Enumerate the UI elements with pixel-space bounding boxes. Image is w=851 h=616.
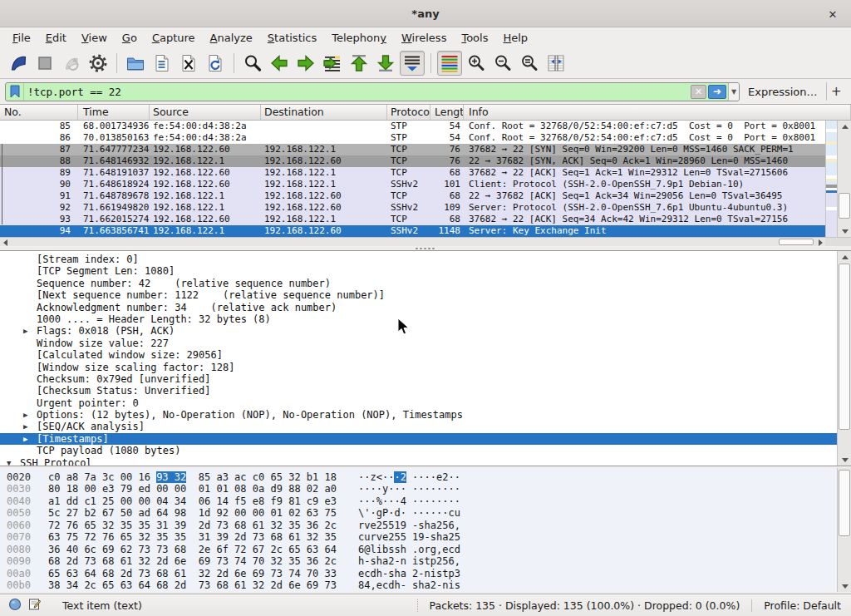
hex-row-00a0[interactable]: 00a065 63 64 68 2d 73 68 61 32 2d 6e 69 …	[0, 568, 851, 579]
expander-closed-icon[interactable]: ▶	[23, 409, 27, 421]
hex-ascii[interactable]: 6@libssh .org,ecd	[358, 544, 460, 555]
capture-comment-icon[interactable]	[28, 598, 41, 614]
hex-bytes[interactable]: 72 76 65 32 35 35 31 39 2d 73 68 61 32 3…	[48, 520, 337, 531]
column-header-info[interactable]: Info	[464, 105, 851, 120]
hex-ascii[interactable]: rve25519 -sha256,	[358, 520, 460, 531]
hex-bytes[interactable]: 65 63 64 68 2d 73 68 61 32 2d 6e 69 73 7…	[48, 568, 337, 579]
filter-apply-icon[interactable]: ➜	[708, 85, 726, 99]
column-header-no[interactable]: No.	[0, 105, 78, 120]
detail-checksum-0x79ed-unverified-[interactable]: Checksum: 0x79ed [unverified]	[0, 373, 837, 385]
detail-urgent-pointer-0[interactable]: Urgent pointer: 0	[0, 397, 837, 409]
detail--checksum-status-unverified-[interactable]: [Checksum Status: Unverified]	[0, 385, 837, 397]
menu-analyze[interactable]: Analyze	[203, 29, 260, 47]
resize-columns-button[interactable]	[544, 51, 568, 76]
window-titlebar[interactable]: *any ✕	[0, 0, 851, 27]
filter-history-dropdown-icon[interactable]: ▼	[728, 83, 739, 101]
hex-ascii[interactable]: 84,ecdh- sha2-nis	[358, 579, 460, 591]
expression-button[interactable]: Expression…	[740, 86, 826, 98]
detail--next-sequence-number-1122-r[interactable]: [Next sequence number: 1122 (relative se…	[0, 289, 837, 301]
scroll-up-icon[interactable]	[838, 251, 851, 263]
menu-tools[interactable]: Tools	[454, 29, 495, 47]
display-filter-input[interactable]	[24, 86, 691, 98]
packet-row-87[interactable]: 8771.647777234192.168.122.60192.168.122.…	[0, 144, 825, 155]
scroll-up-icon[interactable]	[838, 121, 851, 132]
colorize-button[interactable]	[437, 51, 462, 76]
hex-row-0040[interactable]: 0040a1 dd c1 25 00 00 04 34 06 14 f5 e8 …	[0, 495, 851, 507]
go-last-packet-button[interactable]	[373, 51, 398, 76]
zoom-in-button[interactable]	[464, 51, 489, 76]
packet-row-90[interactable]: 9071.648618924192.168.122.60192.168.122.…	[0, 179, 825, 190]
hex-bytes[interactable]: 36 40 6c 69 62 73 73 68 2e 6f 72 67 2c 6…	[48, 544, 337, 555]
detail-sequence-number-42-relative-[interactable]: Sequence number: 42 (relative sequence n…	[0, 278, 837, 289]
profile-status[interactable]: Profile: Default	[751, 599, 851, 612]
menu-file[interactable]: File	[5, 29, 38, 47]
detail-tcp-payload-1080-bytes-[interactable]: TCP payload (1080 bytes)	[0, 445, 837, 456]
hex-row-0020[interactable]: 0020c0 a8 7a 3c 00 16 93 32 85 a3 ac c0 …	[0, 471, 851, 483]
auto-scroll-button[interactable]	[400, 51, 425, 76]
column-header-time[interactable]: Time	[78, 105, 150, 120]
add-filter-button[interactable]: +	[826, 84, 846, 99]
hex-ascii[interactable]: \'·gP·d· ······cu	[358, 507, 460, 519]
intelligent-scrollbar-minimap[interactable]	[825, 121, 837, 237]
go-back-button[interactable]	[267, 51, 292, 76]
menu-capture[interactable]: Capture	[145, 29, 203, 47]
hex-ascii[interactable]: h-sha2-n istp256,	[358, 555, 460, 567]
hex-bytes[interactable]: 63 75 72 76 65 32 35 35 31 39 2d 73 68 6…	[48, 531, 337, 543]
detail--window-size-scaling-factor-[interactable]: [Window size scaling factor: 128]	[0, 362, 837, 373]
detail-1000-header-length-32-bytes-[interactable]: 1000 .... = Header Length: 32 bytes (8)	[0, 313, 837, 325]
hex-row-0080[interactable]: 008036 40 6c 69 62 73 73 68 2e 6f 72 67 …	[0, 544, 851, 555]
column-header-destination[interactable]: Destination	[261, 105, 387, 120]
find-packet-button[interactable]	[240, 51, 265, 76]
menu-telephony[interactable]: Telephony	[324, 29, 394, 47]
expander-closed-icon[interactable]: ▶	[23, 421, 27, 432]
detail--timestamps-[interactable]: ▶[Timestamps]	[0, 433, 837, 445]
go-first-packet-button[interactable]	[347, 51, 371, 76]
hex-row-0030[interactable]: 003080 18 00 e3 79 ed 00 00 01 01 08 0a …	[0, 483, 851, 495]
packet-row-89[interactable]: 8971.648191037192.168.122.60192.168.122.…	[0, 167, 825, 179]
detail-ssh-protocol[interactable]: ▼SSH Protocol	[0, 457, 837, 466]
detail-acknowledgment-number-34-rel[interactable]: Acknowledgment number: 34 (relative ack …	[0, 302, 837, 313]
expander-open-icon[interactable]: ▼	[7, 457, 11, 466]
close-window-icon[interactable]: ✕	[824, 6, 841, 22]
packet-row-86[interactable]: 8670.013850163fe:54:00:d4:38:2aSTP54Conf…	[0, 132, 825, 144]
details-scroll-thumb[interactable]	[839, 264, 850, 430]
packet-row-92[interactable]: 9271.661949820192.168.122.1192.168.122.6…	[0, 202, 825, 214]
packet-row-85[interactable]: 8568.001734936fe:54:00:d4:38:2aSTP54Conf…	[0, 121, 825, 132]
expander-closed-icon[interactable]: ▶	[23, 433, 27, 445]
close-file-button[interactable]	[176, 51, 201, 76]
hex-row-0060[interactable]: 006072 76 65 32 35 35 31 39 2d 73 68 61 …	[0, 520, 851, 531]
scroll-down-icon[interactable]	[838, 225, 851, 237]
detail--stream-index-0-[interactable]: [Stream index: 0]	[0, 254, 837, 265]
start-capture-button[interactable]	[6, 51, 31, 76]
detail--seq-ack-analysis-[interactable]: ▶[SEQ/ACK analysis]	[0, 421, 837, 432]
packet-list-header[interactable]: No.TimeSourceDestinationProtocolLengthIn…	[0, 105, 851, 121]
reload-file-button[interactable]	[203, 51, 228, 76]
capture-options-button[interactable]	[86, 51, 111, 76]
bytes-scroll-thumb[interactable]	[839, 470, 850, 536]
menu-statistics[interactable]: Statistics	[260, 29, 324, 47]
hex-bytes[interactable]: a1 dd c1 25 00 00 04 34 06 14 f5 e8 f9 8…	[48, 495, 337, 507]
packet-row-93[interactable]: 9371.662015274192.168.122.60192.168.122.…	[0, 214, 825, 225]
stop-capture-button[interactable]	[32, 51, 57, 76]
column-header-length[interactable]: Length	[430, 105, 464, 120]
expert-info-icon[interactable]	[8, 598, 22, 614]
menu-view[interactable]: View	[74, 29, 115, 47]
hex-ascii[interactable]: ecdh-sha 2-nistp3	[358, 568, 460, 579]
menu-go[interactable]: Go	[115, 29, 145, 47]
open-file-button[interactable]	[123, 51, 148, 76]
packet-list-scroll-thumb[interactable]	[839, 193, 850, 219]
packet-list-vertical-scrollbar[interactable]	[837, 121, 851, 237]
detail-flags-0x018-psh-ack-[interactable]: ▶Flags: 0x018 (PSH, ACK)	[0, 325, 837, 337]
hex-bytes[interactable]: c0 a8 7a 3c 00 16 93 32 85 a3 ac c0 65 3…	[48, 471, 337, 483]
horizontal-scroll-thumb[interactable]	[779, 239, 814, 245]
zoom-out-button[interactable]	[490, 51, 515, 76]
filter-bookmark-icon[interactable]	[6, 83, 24, 101]
menu-wireless[interactable]: Wireless	[394, 29, 454, 47]
hex-row-00b0[interactable]: 00b038 34 2c 65 63 64 68 2d 73 68 61 32 …	[0, 579, 851, 591]
column-header-source[interactable]: Source	[150, 105, 261, 120]
packet-list-horizontal-scrollbar[interactable]	[0, 237, 825, 246]
hex-bytes[interactable]: 80 18 00 e3 79 ed 00 00 01 01 08 0a d9 8…	[48, 483, 337, 495]
column-header-protocol[interactable]: Protocol	[387, 105, 430, 120]
scroll-down-icon[interactable]	[838, 580, 851, 592]
hex-ascii[interactable]: curve255 19-sha25	[358, 531, 460, 543]
